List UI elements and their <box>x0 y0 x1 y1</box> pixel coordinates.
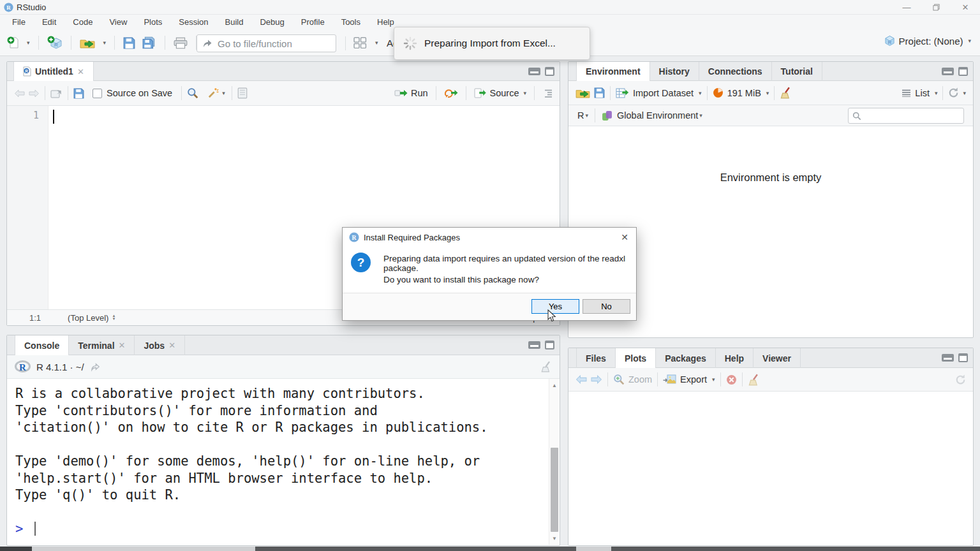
remove-plot-icon[interactable] <box>724 372 739 387</box>
menu-tools[interactable]: Tools <box>333 15 369 30</box>
open-directory-icon[interactable] <box>90 362 101 372</box>
pane-layout-dropdown[interactable]: ▾ <box>372 38 380 48</box>
svg-text:R: R <box>54 42 58 48</box>
source-button[interactable]: Source ▾ <box>472 86 528 100</box>
tab-tutorial[interactable]: Tutorial <box>772 62 822 81</box>
tab-console[interactable]: Console <box>15 335 69 355</box>
open-recent-dropdown[interactable]: ▾ <box>100 38 108 48</box>
scope-selector-label[interactable]: Global Environment <box>617 110 698 121</box>
console-scrollbar[interactable]: ▲ ▼ <box>549 379 559 545</box>
tab-untitled1[interactable]: R Untitled1 ✕ <box>13 62 94 81</box>
maximize-pane-icon[interactable] <box>958 353 968 362</box>
source-on-save-checkbox[interactable] <box>93 89 102 98</box>
close-icon[interactable]: ✕ <box>77 67 84 77</box>
rerun-icon[interactable] <box>442 87 460 100</box>
save-icon <box>123 37 135 49</box>
refresh-plots-icon[interactable] <box>953 372 968 387</box>
forward-icon[interactable] <box>27 87 41 99</box>
clear-console-broom-icon[interactable] <box>540 361 552 372</box>
document-outline-icon[interactable] <box>540 87 554 99</box>
scrollbar-thumb[interactable] <box>551 448 558 532</box>
chevron-down-icon[interactable]: ▾ <box>222 90 225 96</box>
scroll-up-icon[interactable]: ▲ <box>549 380 560 390</box>
no-button[interactable]: No <box>583 299 630 314</box>
memory-usage-button[interactable]: 191 MiB ▾ <box>711 85 771 100</box>
save-icon[interactable] <box>71 86 86 101</box>
clear-plots-broom-icon[interactable] <box>746 372 762 388</box>
menu-code[interactable]: Code <box>64 15 101 30</box>
maximize-pane-icon[interactable] <box>958 67 968 76</box>
language-selector[interactable]: R <box>577 110 584 121</box>
new-file-button[interactable] <box>5 34 20 51</box>
zoom-plot-button[interactable]: Zoom <box>611 372 654 387</box>
run-button[interactable]: Run <box>392 86 430 100</box>
close-icon[interactable]: ✕ <box>168 341 175 350</box>
pane-layout-button[interactable] <box>352 35 369 51</box>
minimize-pane-icon[interactable] <box>942 68 954 75</box>
open-file-button[interactable] <box>78 35 97 50</box>
find-replace-icon[interactable] <box>185 85 200 101</box>
new-project-button[interactable]: R <box>45 34 64 52</box>
export-plot-button[interactable]: Export ▾ <box>661 372 716 386</box>
console-line: 'citation()' on how to cite R or R packa… <box>15 419 549 436</box>
goto-file-function-box[interactable]: Go to file/function <box>197 34 336 52</box>
window-minimize-icon[interactable]: — <box>892 0 921 15</box>
menu-view[interactable]: View <box>101 15 135 30</box>
tab-history[interactable]: History <box>650 62 699 81</box>
window-restore-icon[interactable] <box>921 0 951 15</box>
code-tools-wand-icon[interactable] <box>205 85 221 101</box>
zoom-label: Zoom <box>628 374 652 385</box>
menu-file[interactable]: File <box>4 15 34 30</box>
previous-plot-icon[interactable] <box>574 373 589 386</box>
minimize-pane-icon[interactable] <box>528 68 540 75</box>
next-plot-icon[interactable] <box>589 373 604 386</box>
tab-terminal[interactable]: Terminal✕ <box>69 335 135 355</box>
tab-files[interactable]: Files <box>576 348 616 368</box>
console-line: Type 'contributors()' for more informati… <box>15 402 549 420</box>
close-icon[interactable]: ✕ <box>119 341 126 350</box>
project-selector[interactable]: R Project: (None) ▾ <box>884 35 971 47</box>
new-file-dropdown[interactable]: ▾ <box>24 38 32 48</box>
tab-environment[interactable]: Environment <box>576 62 650 81</box>
source-icon <box>474 88 487 98</box>
chevron-down-icon: ▾ <box>27 40 30 46</box>
print-button[interactable] <box>172 35 189 51</box>
chevron-down-icon: ▾ <box>375 40 378 46</box>
tab-connections[interactable]: Connections <box>699 62 772 81</box>
menu-profile[interactable]: Profile <box>293 15 333 30</box>
clear-environment-broom-icon[interactable] <box>778 85 794 101</box>
menu-plots[interactable]: Plots <box>135 15 170 30</box>
compile-report-icon[interactable] <box>235 85 249 101</box>
environment-search-input[interactable] <box>848 108 964 124</box>
menu-session[interactable]: Session <box>170 15 216 30</box>
minimize-pane-icon[interactable] <box>942 354 954 362</box>
tab-viewer[interactable]: Viewer <box>754 348 801 368</box>
scroll-down-icon[interactable]: ▼ <box>549 533 560 543</box>
back-icon[interactable] <box>12 87 27 99</box>
menu-debug[interactable]: Debug <box>251 15 292 30</box>
tab-packages[interactable]: Packages <box>656 348 716 368</box>
menu-edit[interactable]: Edit <box>34 15 64 30</box>
minimize-pane-icon[interactable] <box>528 341 540 349</box>
dialog-question: Do you want to install this package now? <box>383 275 539 284</box>
working-directory[interactable]: ~/ <box>76 362 84 372</box>
tab-help[interactable]: Help <box>716 348 754 368</box>
list-view-button[interactable]: List ▾ <box>900 86 939 100</box>
save-workspace-icon[interactable] <box>592 85 607 100</box>
line-number-gutter: 1 <box>7 106 48 309</box>
scope-selector[interactable]: (Top Level) ▲▼ <box>68 313 115 323</box>
maximize-pane-icon[interactable] <box>545 67 554 76</box>
refresh-environment-button[interactable]: ▾ <box>946 85 968 100</box>
console-output[interactable]: R is a collaborative project with many c… <box>7 379 549 545</box>
tab-plots[interactable]: Plots <box>616 348 656 368</box>
save-button[interactable] <box>121 35 137 51</box>
close-icon[interactable]: ✕ <box>621 232 628 242</box>
tab-jobs[interactable]: Jobs✕ <box>135 335 185 355</box>
import-dataset-button[interactable]: Import Dataset ▾ <box>614 86 704 100</box>
load-workspace-icon[interactable] <box>574 85 592 100</box>
maximize-pane-icon[interactable] <box>545 341 554 349</box>
open-in-new-window-icon[interactable] <box>48 86 64 100</box>
window-close-icon[interactable]: ✕ <box>951 0 980 15</box>
menu-build[interactable]: Build <box>217 15 252 30</box>
save-all-button[interactable] <box>140 34 158 51</box>
